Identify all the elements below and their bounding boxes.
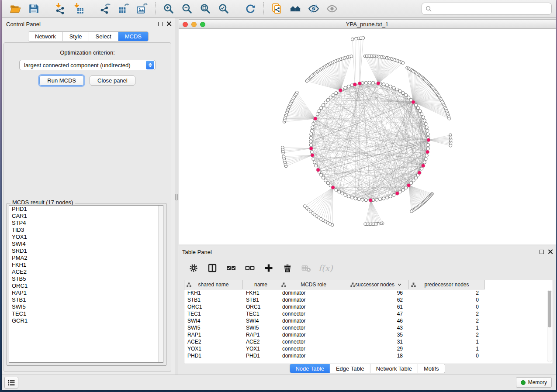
column-header-successor-nodes[interactable]: successor nodes bbox=[348, 280, 409, 289]
network-node[interactable] bbox=[426, 147, 429, 150]
table-cell[interactable]: SWI5 bbox=[184, 324, 243, 331]
mcds-node[interactable] bbox=[358, 82, 362, 86]
network-node[interactable] bbox=[392, 193, 395, 196]
table-cell[interactable]: ACE2 bbox=[184, 338, 243, 345]
list-item[interactable]: TID3 bbox=[9, 227, 163, 234]
table-settings-gear-icon[interactable] bbox=[186, 261, 201, 275]
network-node[interactable] bbox=[364, 199, 367, 202]
network-node[interactable] bbox=[309, 136, 312, 139]
tab-mcds[interactable]: MCDS bbox=[118, 32, 148, 41]
network-node[interactable] bbox=[326, 182, 329, 185]
select-all-icon[interactable] bbox=[224, 261, 239, 275]
table-row[interactable]: FKH1FKH1dominator962 bbox=[184, 289, 553, 296]
network-canvas[interactable] bbox=[179, 29, 556, 244]
tab-style[interactable]: Style bbox=[63, 32, 89, 41]
network-node[interactable] bbox=[389, 195, 392, 198]
network-node[interactable] bbox=[364, 81, 367, 84]
network-node[interactable] bbox=[379, 198, 382, 201]
show-panel-icon[interactable] bbox=[325, 2, 339, 15]
list-scrollbar[interactable] bbox=[158, 206, 163, 362]
network-node[interactable] bbox=[329, 96, 332, 99]
table-cell[interactable]: FKH1 bbox=[184, 289, 243, 296]
list-item[interactable]: SRD1 bbox=[9, 248, 163, 254]
network-node[interactable] bbox=[320, 107, 323, 110]
table-cell[interactable]: ORC1 bbox=[184, 303, 243, 310]
mcds-node[interactable] bbox=[421, 164, 425, 168]
network-node[interactable] bbox=[350, 55, 353, 58]
refresh-icon[interactable] bbox=[244, 2, 257, 15]
export-image-icon[interactable] bbox=[135, 2, 149, 15]
list-item[interactable]: GCR1 bbox=[9, 317, 163, 324]
table-cell[interactable]: connector bbox=[279, 338, 348, 345]
share-document-icon[interactable] bbox=[270, 2, 284, 15]
table-cell[interactable]: dominator bbox=[279, 352, 348, 359]
network-node[interactable] bbox=[375, 198, 378, 201]
network-node[interactable] bbox=[398, 89, 401, 93]
mcds-node[interactable] bbox=[316, 168, 320, 172]
table-cell[interactable]: PHD1 bbox=[184, 352, 243, 359]
vertical-splitter[interactable] bbox=[175, 18, 178, 375]
run-mcds-button[interactable]: Run MCDS bbox=[39, 76, 84, 86]
table-cell[interactable]: ACE2 bbox=[243, 338, 279, 345]
network-node[interactable] bbox=[392, 86, 395, 89]
memory-button[interactable]: Memory bbox=[516, 377, 552, 388]
network-node[interactable] bbox=[362, 37, 365, 40]
network-node[interactable] bbox=[395, 88, 398, 91]
table-cell[interactable]: 43 bbox=[348, 324, 409, 331]
table-cell[interactable]: PHD1 bbox=[243, 352, 279, 359]
table-row[interactable]: RAP1RAP1dominator352 bbox=[184, 331, 553, 338]
network-node[interactable] bbox=[448, 117, 451, 120]
tab-select[interactable]: Select bbox=[89, 32, 118, 41]
table-cell[interactable]: 96 bbox=[348, 289, 409, 296]
zoom-in-icon[interactable] bbox=[162, 2, 175, 15]
network-node[interactable] bbox=[311, 126, 314, 129]
mcds-node[interactable] bbox=[407, 183, 411, 187]
network-node[interactable] bbox=[386, 84, 389, 87]
mcds-node[interactable] bbox=[311, 153, 315, 157]
network-node[interactable] bbox=[424, 122, 427, 125]
list-item[interactable]: YOX1 bbox=[9, 234, 163, 241]
list-item[interactable]: PMA2 bbox=[9, 254, 163, 261]
zoom-fit-icon[interactable] bbox=[199, 2, 212, 15]
table-cell[interactable]: dominator bbox=[279, 317, 348, 324]
network-node[interactable] bbox=[309, 144, 312, 147]
float-panel-icon[interactable] bbox=[158, 22, 163, 26]
network-node[interactable] bbox=[364, 223, 367, 226]
table-cell[interactable]: 0 bbox=[409, 296, 485, 303]
tab-node-table[interactable]: Node Table bbox=[290, 364, 330, 373]
network-node[interactable] bbox=[412, 179, 415, 182]
network-node[interactable] bbox=[416, 107, 419, 110]
table-cell[interactable]: 1 bbox=[409, 324, 485, 331]
list-item[interactable]: STB1 bbox=[9, 296, 163, 303]
table-cell[interactable]: FKH1 bbox=[243, 289, 279, 296]
list-item[interactable]: FKH1 bbox=[9, 261, 163, 268]
table-row[interactable]: PHD1PHD1dominator180 bbox=[184, 352, 553, 359]
network-node[interactable] bbox=[382, 83, 385, 86]
network-node[interactable] bbox=[423, 161, 426, 164]
network-node[interactable] bbox=[386, 196, 389, 199]
network-node[interactable] bbox=[326, 98, 329, 101]
deselect-all-icon[interactable] bbox=[242, 261, 257, 275]
list-item[interactable]: CAR1 bbox=[9, 213, 163, 220]
network-node[interactable] bbox=[332, 93, 335, 96]
list-item[interactable]: ACE2 bbox=[9, 268, 163, 275]
mcds-node[interactable] bbox=[377, 81, 381, 85]
table-row[interactable]: STB1STB1dominator620 bbox=[184, 296, 553, 303]
splitter-handle[interactable] bbox=[175, 194, 178, 200]
table-row[interactable]: SWI5SWI5connector431 bbox=[184, 324, 553, 331]
network-node[interactable] bbox=[303, 205, 306, 208]
network-node[interactable] bbox=[410, 210, 413, 213]
tab-network-table[interactable]: Network Table bbox=[370, 364, 418, 373]
show-columns-icon[interactable] bbox=[205, 261, 220, 275]
list-item[interactable]: ORC1 bbox=[9, 282, 163, 289]
network-node[interactable] bbox=[320, 173, 323, 176]
table-cell[interactable]: SWI4 bbox=[184, 317, 243, 324]
network-node[interactable] bbox=[316, 113, 319, 116]
network-node[interactable] bbox=[420, 113, 423, 116]
table-cell[interactable]: 1 bbox=[409, 345, 485, 352]
network-node[interactable] bbox=[401, 188, 405, 191]
column-header-shared-name[interactable]: shared name bbox=[184, 280, 243, 289]
mcds-node[interactable] bbox=[309, 147, 313, 151]
tab-network[interactable]: Network bbox=[28, 32, 63, 41]
table-row[interactable]: ORC1ORC1dominator610 bbox=[184, 303, 553, 310]
